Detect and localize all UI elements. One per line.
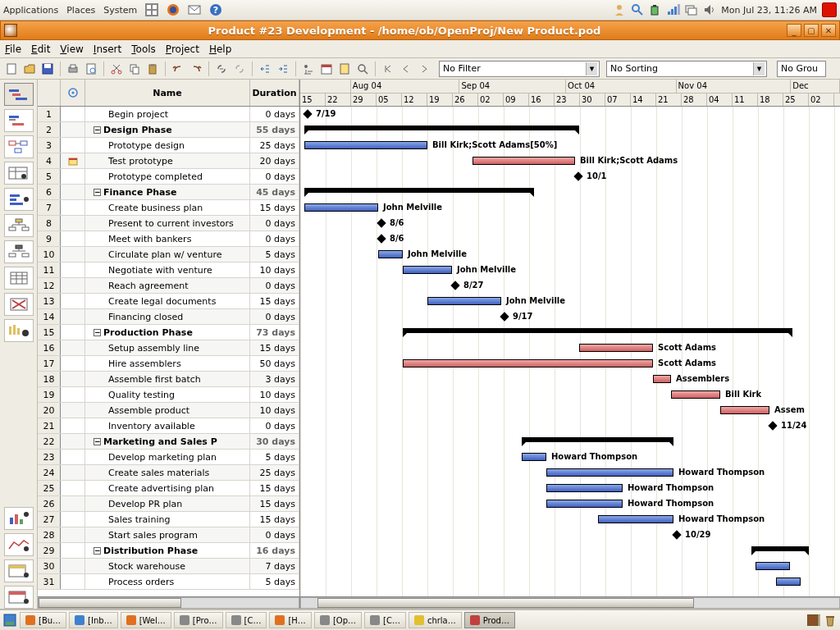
milestone[interactable] [768, 421, 777, 430]
taskbar-button[interactable]: [Pro… [174, 612, 223, 628]
row-number[interactable]: 12 [38, 278, 61, 293]
new-button[interactable] [3, 61, 20, 77]
window-list-icon[interactable] [685, 3, 698, 16]
milestone[interactable] [573, 171, 582, 180]
task-bar[interactable] [598, 515, 673, 523]
taskbar-button[interactable]: chrla… [409, 612, 462, 628]
preview-button[interactable] [83, 61, 99, 77]
taskbar-button[interactable]: [C… [364, 612, 406, 628]
menu-file[interactable]: File [5, 43, 21, 55]
milestone[interactable] [377, 218, 386, 227]
indicator-cell[interactable] [61, 309, 85, 324]
resources-view-button[interactable] [4, 162, 34, 185]
indent-button[interactable] [275, 61, 291, 77]
row-number[interactable]: 13 [38, 294, 61, 308]
minimize-button[interactable]: _ [787, 24, 801, 37]
name-cell[interactable]: Negotiate with venture [85, 262, 250, 277]
menu-insert[interactable]: Insert [94, 43, 121, 55]
task-bar[interactable] [472, 157, 575, 165]
indicator-cell[interactable] [61, 247, 85, 262]
scroll-start-button[interactable] [380, 61, 396, 77]
chart-button[interactable] [4, 533, 34, 556]
indicator-cell[interactable] [61, 216, 85, 231]
tracking-gantt-button[interactable] [4, 109, 34, 132]
show-desktop-icon[interactable] [3, 614, 16, 627]
name-cell[interactable]: Develop PR plan [85, 496, 250, 511]
power-icon[interactable] [822, 2, 837, 17]
duration-cell[interactable]: 45 days [250, 185, 299, 199]
name-cell[interactable]: −Finance Phase [85, 185, 250, 199]
row-number[interactable]: 5 [38, 169, 61, 184]
menu-edit[interactable]: Edit [31, 43, 50, 55]
name-cell[interactable]: Circulate plan w/ venture [85, 247, 250, 262]
report-view-button[interactable] [4, 267, 34, 290]
close-button[interactable]: ✕ [821, 24, 836, 37]
copy-button[interactable] [126, 61, 143, 77]
indicator-cell[interactable] [61, 496, 85, 511]
indicator-cell[interactable] [61, 512, 85, 527]
row-number[interactable]: 15 [38, 325, 61, 340]
save-button[interactable] [39, 61, 56, 77]
indicator-cell[interactable] [61, 138, 85, 153]
name-cell[interactable]: Financing closed [85, 309, 250, 324]
gantt-view-button[interactable] [4, 83, 34, 106]
row-number[interactable]: 7 [38, 200, 61, 215]
row-number[interactable]: 14 [38, 309, 61, 324]
duration-cell[interactable]: 0 days [250, 527, 299, 542]
task-bar[interactable] [653, 375, 671, 383]
duration-cell[interactable]: 25 days [250, 465, 299, 480]
sort-combo[interactable]: No Sorting▾ [606, 61, 767, 77]
name-cell[interactable]: Quality testing [85, 387, 250, 402]
name-cell[interactable]: Create business plan [85, 200, 250, 215]
duration-cell[interactable]: 5 days [250, 450, 299, 464]
summary-bar[interactable] [304, 126, 579, 130]
link-button[interactable] [213, 61, 230, 77]
taskbar-button[interactable]: [Bu… [20, 612, 66, 628]
row-number[interactable]: 8 [38, 216, 61, 231]
row-number[interactable]: 11 [38, 262, 61, 277]
duration-cell[interactable]: 0 days [250, 278, 299, 293]
milestone[interactable] [450, 281, 459, 290]
name-cell[interactable]: Inventory available [85, 418, 250, 433]
name-cell[interactable]: Create advertising plan [85, 481, 250, 495]
row-number[interactable]: 30 [38, 559, 61, 573]
duration-cell[interactable]: 5 days [250, 574, 299, 589]
indicator-cell[interactable] [61, 340, 85, 355]
indicator-cell[interactable] [61, 418, 85, 433]
task-bar[interactable] [756, 562, 790, 570]
duration-cell[interactable]: 16 days [250, 543, 299, 558]
indicator-cell[interactable] [61, 356, 85, 371]
system-menu[interactable]: System [103, 5, 137, 16]
duration-cell[interactable]: 30 days [250, 434, 299, 449]
duration-cell[interactable]: 7 days [250, 559, 299, 573]
row-number[interactable]: 28 [38, 527, 61, 542]
resource-usage-detail-button[interactable] [4, 586, 34, 609]
filter-combo[interactable]: No Filter▾ [439, 61, 600, 77]
duration-cell[interactable]: 50 days [250, 356, 299, 371]
launcher-icon[interactable] [145, 3, 158, 16]
task-bar[interactable] [304, 141, 427, 149]
summary-bar[interactable] [751, 546, 809, 551]
task-usage-detail-button[interactable] [4, 559, 34, 582]
menu-help[interactable]: Help [209, 43, 231, 55]
name-cell[interactable]: Hire assemblers [85, 356, 250, 371]
indicator-cell[interactable] [61, 559, 85, 573]
indicator-cell[interactable] [61, 481, 85, 495]
gantt-chart[interactable]: Aug 04Sep 04Oct 04Nov 04Dec 152229051219… [300, 80, 840, 609]
window-titlebar[interactable]: Product #23 Development - /home/ob/OpenP… [0, 21, 840, 40]
name-cell[interactable]: Develop marketing plan [85, 450, 250, 464]
group-combo[interactable]: No Grou [777, 61, 826, 77]
name-cell[interactable]: Prototype design [85, 138, 250, 153]
network-icon[interactable] [667, 3, 680, 16]
duration-cell[interactable]: 3 days [250, 372, 299, 386]
name-cell[interactable]: Assemble first batch [85, 372, 250, 386]
name-cell[interactable]: Start sales program [85, 527, 250, 542]
paste-button[interactable] [144, 61, 161, 77]
zoom-button[interactable] [354, 61, 371, 77]
task-bar[interactable] [304, 203, 378, 212]
task-bar[interactable] [522, 453, 546, 461]
row-number[interactable]: 23 [38, 450, 61, 464]
row-number[interactable]: 20 [38, 403, 61, 418]
name-cell[interactable]: Present to current investors [85, 216, 250, 231]
info-button[interactable] [300, 61, 317, 77]
